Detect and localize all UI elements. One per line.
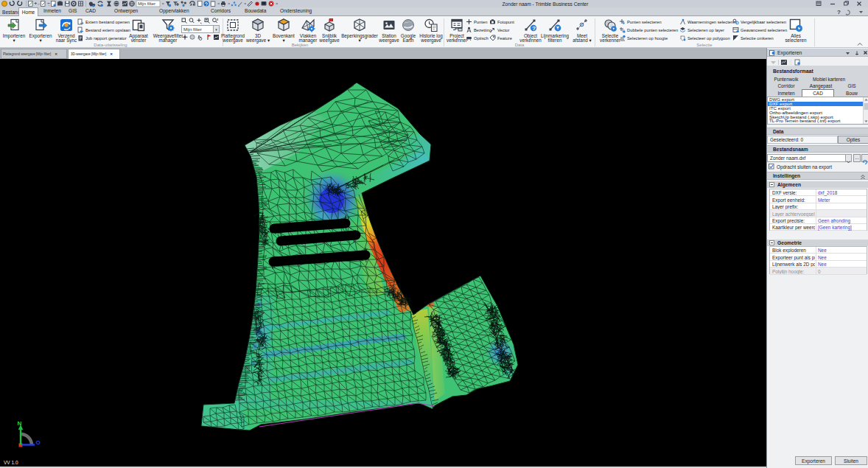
svg-text:?: ? xyxy=(837,9,841,15)
svg-text:VV 1.0: VV 1.0 xyxy=(4,460,18,465)
svg-text:?: ? xyxy=(532,24,536,31)
svg-text:Mijn filter: Mijn filter xyxy=(138,1,155,6)
svg-text:N: N xyxy=(18,420,22,427)
svg-text:O: O xyxy=(36,439,41,446)
